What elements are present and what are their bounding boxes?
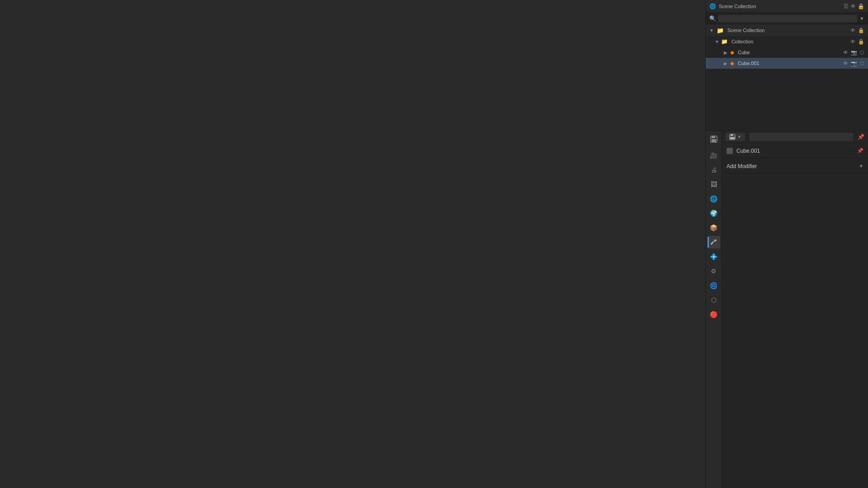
output-props-btn[interactable]: 🖨	[708, 164, 720, 176]
shader-props-btn[interactable]: 🌀	[708, 279, 720, 292]
properties-search-input[interactable]	[750, 133, 853, 141]
cube001-expand-arrow[interactable]: ▶	[724, 61, 727, 66]
cube001-mesh-icon: ◆	[730, 60, 734, 66]
right-panel: 🌐 Scene Collection ☰ 👁 🔒 🔍 ▼ ▼ 📁 Scene C…	[0, 0, 163, 488]
view-props-btn[interactable]: 🖼	[708, 178, 720, 191]
cube001-item-icons: 👁 📷 ⬡	[843, 61, 864, 66]
cube001-cam-icon[interactable]: 📷	[851, 61, 857, 66]
add-modifier-chevron-icon: ▼	[859, 164, 863, 169]
camera-filter-icon[interactable]: 👁	[850, 3, 856, 9]
collection-expand-arrow[interactable]: ▼	[709, 28, 714, 33]
add-modifier-label: Add Modifier	[726, 163, 757, 169]
properties-icon-sidebar: 🎥 🖨 🖼 🌐 🌍 📦 💠 ⚙ 🌀 ⬡ 🔴	[706, 131, 722, 488]
outliner-header: 🌐 Scene Collection ☰ 👁 🔒	[706, 0, 868, 13]
modifier-props-btn[interactable]	[708, 236, 720, 249]
properties-save-chevron: ▼	[737, 135, 741, 139]
cube-cam-icon[interactable]: 📷	[851, 50, 857, 56]
scene-hide-icon[interactable]: 🔒	[858, 28, 864, 33]
search-icon: 🔍	[709, 15, 716, 22]
cube-filter-icon[interactable]: ⬡	[860, 50, 864, 56]
save-icon-btn[interactable]	[708, 133, 720, 145]
cube001-eye-icon[interactable]: 👁	[843, 61, 848, 66]
constraints-props-btn[interactable]: ⬡	[708, 294, 720, 306]
properties-save-btn[interactable]: ▼	[726, 133, 745, 141]
collection-row[interactable]: ▼ 📁 Collection 👁 🔒	[706, 36, 868, 47]
world-props-btn[interactable]: 🌍	[708, 207, 720, 220]
properties-pin-icon[interactable]: 📌	[858, 134, 864, 140]
scene-collection-label: Scene Collection	[727, 28, 765, 33]
collection-folder-icon: 📁	[721, 38, 728, 45]
scene-icon: 🌐	[709, 3, 716, 9]
cube-expand-arrow[interactable]: ▶	[724, 50, 727, 55]
outliner-title: Scene Collection	[719, 4, 756, 9]
particles-props-btn[interactable]: 💠	[708, 250, 720, 263]
scene-eye-icon[interactable]: 👁	[850, 28, 855, 33]
filter-icon[interactable]: ☰	[844, 3, 849, 9]
cube-eye-icon[interactable]: 👁	[843, 50, 848, 55]
collection-expand-arrow[interactable]: ▼	[715, 39, 719, 44]
properties-header-row: ▼ 📌	[722, 131, 868, 143]
outliner-panel: 🌐 Scene Collection ☰ 👁 🔒 🔍 ▼ ▼ 📁 Scene C…	[705, 0, 868, 131]
svg-rect-17	[730, 137, 735, 139]
svg-line-14	[712, 241, 714, 243]
properties-content-area: ▼ 📌 Cube.001 📌 Add Modifier ▼	[722, 131, 868, 488]
collection-folder-icon: 📁	[717, 27, 724, 34]
save-icon	[729, 134, 736, 140]
outliner-cube-item[interactable]: ▶ ◆ Cube 👁 📷 ⬡	[706, 47, 868, 58]
extra-props-btn[interactable]: 🔴	[708, 308, 720, 321]
svg-rect-12	[712, 136, 715, 138]
col-hide-icon[interactable]: 🔒	[858, 39, 864, 45]
object-props-btn[interactable]: 📦	[708, 221, 720, 234]
col-eye-icon[interactable]: 👁	[850, 39, 855, 44]
cube-name: Cube	[738, 50, 750, 55]
cube001-name: Cube.001	[738, 61, 760, 66]
hide-filter-icon[interactable]: 🔒	[858, 3, 864, 9]
scene-collection-row[interactable]: ▼ 📁 Scene Collection 👁 🔒	[706, 24, 868, 36]
modifier-obj-name: Cube.001	[736, 148, 857, 154]
outliner-filter-icons: ☰ 👁 🔒	[844, 3, 864, 9]
modifier-obj-icon	[726, 148, 733, 154]
collection-name-label: Collection	[731, 39, 753, 44]
modifier-pin-icon[interactable]: 📌	[857, 148, 863, 154]
outliner-search-input[interactable]	[718, 15, 857, 22]
svg-rect-13	[712, 139, 716, 142]
cube-item-icons: 👁 📷 ⬡	[843, 50, 864, 56]
outliner-search-bar: 🔍 ▼	[706, 13, 868, 24]
scene-props-btn[interactable]: 🌐	[708, 192, 720, 205]
properties-panel: 🎥 🖨 🖼 🌐 🌍 📦 💠 ⚙ 🌀 ⬡ 🔴	[705, 131, 868, 488]
add-modifier-btn[interactable]: Add Modifier ▼	[722, 159, 868, 174]
cube-mesh-icon: ◆	[730, 49, 734, 56]
render-props-btn[interactable]: 🎥	[708, 149, 720, 162]
svg-rect-16	[731, 134, 733, 136]
collection-icons: 👁 🔒	[850, 39, 864, 45]
scene-collection-icons: 👁 🔒	[850, 28, 864, 33]
cube001-filter-icon[interactable]: ⬡	[860, 61, 864, 66]
filter-dropdown-icon[interactable]: ▼	[859, 16, 864, 21]
outliner-cube001-item[interactable]: ▶ ◆ Cube.001 👁 📷 ⬡	[706, 58, 868, 69]
modifier-header: Cube.001 📌	[722, 143, 868, 159]
physics-props-btn[interactable]: ⚙	[708, 265, 720, 277]
